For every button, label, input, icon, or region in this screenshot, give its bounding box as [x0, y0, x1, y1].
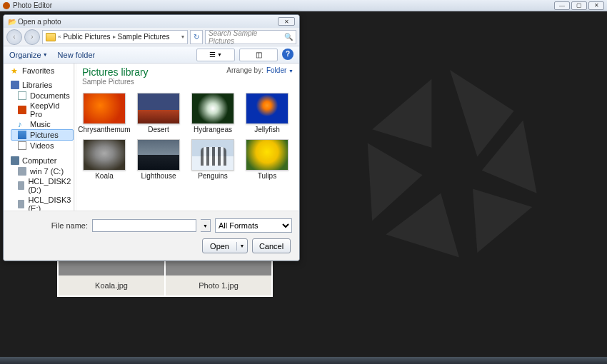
file-item-tulips[interactable]: Tulips: [245, 139, 289, 180]
chevron-down-icon: ▼: [43, 52, 48, 57]
nav-item-drive-c[interactable]: win 7 (C:): [11, 166, 74, 176]
thumbnail-image: [83, 93, 126, 124]
search-icon[interactable]: 🔍: [284, 33, 293, 41]
bg-tile-caption: Koala.jpg: [59, 275, 164, 295]
file-list-pane: Pictures library Sample Pictures Arrange…: [76, 64, 299, 211]
folder-icon: [46, 33, 56, 41]
drive-icon: [18, 200, 24, 208]
thumbnail-image: [191, 93, 234, 124]
search-input[interactable]: Search Sample Pictures 🔍: [205, 30, 296, 44]
file-item-koala[interactable]: Koala: [82, 139, 126, 180]
search-placeholder: Search Sample Pictures: [209, 29, 284, 45]
aperture-logo: [336, 47, 564, 275]
library-heading: Pictures library: [82, 66, 149, 78]
computer-icon: [11, 156, 19, 165]
thumbnail-image: [137, 139, 180, 171]
file-type-filter[interactable]: All Formats: [215, 218, 292, 233]
nav-item-videos[interactable]: Videos: [11, 141, 74, 151]
view-mode-button[interactable]: ☰▼: [196, 49, 235, 61]
drive-icon: [18, 181, 24, 190]
close-button[interactable]: ✕: [588, 1, 604, 10]
back-button[interactable]: ‹: [6, 29, 22, 45]
chevron-down-icon: ▼: [289, 69, 294, 74]
minimize-button[interactable]: —: [554, 1, 570, 10]
cancel-button[interactable]: Cancel: [252, 238, 291, 253]
file-item-hydrangeas[interactable]: Hydrangeas: [191, 93, 235, 133]
pictures-icon: [18, 131, 26, 139]
filename-input[interactable]: [92, 219, 196, 232]
thumbnail-image: [137, 93, 180, 124]
dialog-footer: File name: ▼ All Formats Open ▼ Cancel: [4, 211, 299, 261]
forward-button[interactable]: ›: [24, 29, 40, 45]
dialog-close-button[interactable]: ✕: [278, 17, 295, 26]
new-folder-button[interactable]: New folder: [58, 51, 96, 59]
nav-item-keepvid[interactable]: KeepVid Pro: [11, 101, 74, 119]
drive-icon: [18, 167, 26, 176]
chevron-down-icon: ▼: [217, 52, 222, 57]
thumbnail-image: [246, 93, 289, 124]
open-split-dropdown[interactable]: ▼: [237, 243, 247, 248]
filename-history-dropdown[interactable]: ▼: [201, 219, 211, 232]
music-icon: ♪: [18, 120, 26, 128]
nav-item-documents[interactable]: Documents: [11, 91, 74, 101]
nav-item-music[interactable]: ♪Music: [11, 119, 74, 129]
taskbar[interactable]: [0, 357, 607, 364]
chevron-icon: «: [58, 34, 61, 40]
nav-item-pictures[interactable]: Pictures: [11, 129, 74, 141]
document-icon: [18, 91, 26, 100]
navigation-pane: ★ Favorites Libraries Documents KeepVid …: [4, 64, 74, 211]
star-icon: ★: [11, 66, 19, 75]
thumbnail-image: [246, 139, 289, 171]
favorites-group[interactable]: ★ Favorites: [11, 66, 74, 75]
filename-label: File name:: [16, 221, 88, 230]
app-titlebar: Photo Editor — ▢ ✕: [0, 0, 607, 11]
breadcrumb-segment[interactable]: Sample Pictures: [118, 33, 170, 41]
address-bar-row: ‹ › « Public Pictures ▸ Sample Pictures …: [4, 28, 299, 46]
organize-button[interactable]: Organize▼: [9, 51, 48, 59]
preview-pane-button[interactable]: ◫: [239, 49, 278, 61]
app-title: Photo Editor: [13, 1, 553, 9]
file-item-desert[interactable]: Desert: [136, 93, 181, 133]
chevron-down-icon[interactable]: ▾: [181, 34, 184, 40]
nav-item-drive-d[interactable]: HCL_DISK2 (D:): [11, 176, 74, 195]
file-item-chrysanthemum[interactable]: Chrysanthemum: [82, 93, 126, 133]
thumbnail-image: [83, 139, 126, 171]
dialog-title: Open a photo: [18, 18, 278, 26]
maximize-button[interactable]: ▢: [571, 1, 587, 10]
refresh-button[interactable]: ↻: [190, 30, 203, 44]
computer-group[interactable]: Computer: [11, 156, 74, 165]
bg-tile-caption: Photo 1.jpg: [166, 275, 271, 295]
libraries-group[interactable]: Libraries: [11, 81, 74, 89]
arrange-by-label: Arrange by:: [226, 66, 264, 74]
breadcrumb-segment[interactable]: Public Pictures: [63, 33, 110, 41]
library-subheading: Sample Pictures: [82, 78, 149, 86]
arrange-by-dropdown[interactable]: Folder ▼: [266, 66, 294, 74]
help-button[interactable]: ?: [282, 49, 294, 60]
dialog-icon: 📂: [8, 18, 15, 25]
open-file-dialog: 📂 Open a photo ✕ ‹ › « Public Pictures ▸…: [3, 14, 300, 261]
file-item-lighthouse[interactable]: Lighthouse: [136, 139, 181, 180]
videos-icon: [18, 141, 26, 150]
dialog-toolbar: Organize▼ New folder ☰▼ ◫ ?: [4, 46, 299, 64]
dialog-titlebar: 📂 Open a photo ✕: [4, 15, 299, 28]
app-icon: [3, 2, 10, 9]
thumbnail-image: [191, 139, 234, 171]
file-item-penguins[interactable]: Penguins: [191, 139, 235, 180]
nav-item-drive-e[interactable]: HCL_DISK3 (E:): [11, 195, 74, 211]
thumbnail-grid: Chrysanthemum Desert Hydrangeas Jellyfis…: [82, 93, 294, 180]
open-button[interactable]: Open ▼: [202, 238, 248, 253]
breadcrumb[interactable]: « Public Pictures ▸ Sample Pictures ▾: [42, 30, 188, 44]
app-icon: [18, 106, 26, 114]
editor-stage: Koala.jpg Photo 1.jpg 📂 Open a photo ✕ ‹…: [0, 11, 607, 357]
chevron-right-icon: ▸: [113, 34, 116, 40]
file-item-jellyfish[interactable]: Jellyfish: [245, 93, 289, 133]
libraries-icon: [11, 81, 19, 89]
